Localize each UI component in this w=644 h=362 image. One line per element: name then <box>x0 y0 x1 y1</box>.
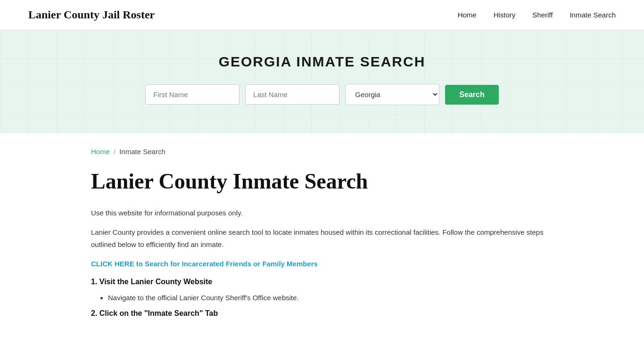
site-nav: Home History Sheriff Inmate Search <box>458 11 616 19</box>
breadcrumb-separator: / <box>114 148 116 156</box>
page-heading: Lanier County Inmate Search <box>91 170 553 194</box>
site-title: Lanier County Jail Roster <box>28 8 155 21</box>
step1-bullets: Navigate to the official Lanier County S… <box>108 292 553 304</box>
search-form: Georgia Alabama Florida Tennessee South … <box>9 84 635 105</box>
first-name-input[interactable] <box>145 84 239 105</box>
step1-heading: 1. Visit the Lanier County Website <box>91 278 553 286</box>
nav-sheriff[interactable]: Sheriff <box>532 11 553 19</box>
search-banner: GEORGIA INMATE SEARCH Georgia Alabama Fl… <box>0 30 644 133</box>
search-button[interactable]: Search <box>445 85 498 105</box>
nav-inmate-search[interactable]: Inmate Search <box>570 11 616 19</box>
step1-bullet-1: Navigate to the official Lanier County S… <box>108 292 553 304</box>
state-select[interactable]: Georgia Alabama Florida Tennessee South … <box>345 84 439 105</box>
click-link-wrapper: CLICK HERE to Search for Incarcerated Fr… <box>91 258 553 270</box>
breadcrumb: Home / Inmate Search <box>91 148 553 156</box>
intro-paragraph-1: Use this website for informational purpo… <box>91 207 553 219</box>
nav-history[interactable]: History <box>494 11 516 19</box>
incarcerated-search-link[interactable]: CLICK HERE to Search for Incarcerated Fr… <box>91 260 318 268</box>
breadcrumb-current: Inmate Search <box>119 148 165 156</box>
intro-paragraph-2: Lanier County provides a convenient onli… <box>91 226 553 250</box>
banner-title: GEORGIA INMATE SEARCH <box>9 54 635 70</box>
main-content: Home / Inmate Search Lanier County Inmat… <box>63 133 581 346</box>
breadcrumb-home-link[interactable]: Home <box>91 148 110 156</box>
nav-home[interactable]: Home <box>458 11 477 19</box>
last-name-input[interactable] <box>245 84 339 105</box>
step2-heading: 2. Click on the "Inmate Search" Tab <box>91 309 553 318</box>
site-header: Lanier County Jail Roster Home History S… <box>0 0 644 30</box>
